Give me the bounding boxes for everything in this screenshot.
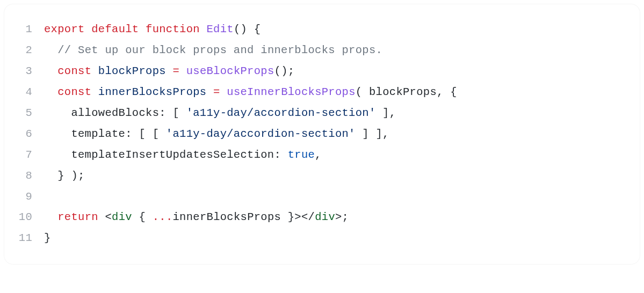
code-token: (); (274, 65, 295, 77)
code-token: div (315, 211, 335, 223)
code-token: export (44, 23, 85, 35)
code-token: } (44, 232, 51, 244)
code-content: } (44, 228, 51, 249)
line-number: 6 (15, 124, 44, 145)
code-line: 10 return <div { ...innerBlocksProps }><… (15, 207, 629, 228)
code-token (85, 23, 92, 35)
code-token (247, 23, 254, 35)
code-token (44, 65, 57, 77)
code-token: { (450, 86, 457, 98)
code-token: templateInsertUpdatesSelection: (44, 149, 288, 161)
code-content: export default function Edit() { (44, 19, 261, 40)
code-token: { (139, 211, 146, 223)
code-token: >; (335, 211, 349, 223)
code-token: 'a11y-day/accordion-section' (186, 107, 376, 119)
code-line: 6 template: [ [ 'a11y-day/accordion-sect… (15, 124, 629, 145)
code-token: ... (153, 211, 173, 223)
code-content: return <div { ...innerBlocksProps }></di… (44, 207, 349, 228)
line-number: 3 (15, 61, 44, 82)
line-number: 1 (15, 19, 44, 40)
code-token: } (288, 211, 295, 223)
line-number: 2 (15, 40, 44, 61)
code-content: const blockProps = useBlockProps(); (44, 61, 294, 82)
code-token: > (294, 211, 301, 223)
line-number: 4 (15, 82, 44, 103)
line-number: 10 (15, 207, 44, 228)
code-line: 5 allowedBlocks: [ 'a11y-day/accordion-s… (15, 103, 629, 124)
code-content: allowedBlocks: [ 'a11y-day/accordion-sec… (44, 103, 396, 124)
code-line: 7 templateInsertUpdatesSelection: true, (15, 145, 629, 166)
code-token: default (91, 23, 139, 35)
code-token: , (315, 149, 322, 161)
code-token (44, 170, 57, 182)
code-content: template: [ [ 'a11y-day/accordion-sectio… (44, 124, 389, 145)
code-token: 'a11y-day/accordion-section' (166, 128, 356, 140)
code-line: 1export default function Edit() { (15, 19, 629, 40)
code-token (44, 86, 57, 98)
code-token: const (57, 65, 91, 77)
code-token: useInnerBlocksProps (227, 86, 355, 98)
code-token (91, 86, 98, 98)
code-token: const (57, 86, 91, 98)
code-token: ); (64, 170, 85, 182)
code-token: </ (301, 211, 315, 223)
code-token (132, 211, 139, 223)
code-token: useBlockProps (186, 65, 274, 77)
line-number: 5 (15, 103, 44, 124)
code-token: div (112, 211, 132, 223)
code-token: blockProps (98, 65, 166, 77)
code-token: blockProps, (369, 86, 450, 98)
code-token: Edit (207, 23, 234, 35)
code-token: ] ], (356, 128, 389, 140)
line-number: 9 (15, 187, 44, 208)
code-token: template: [ [ (44, 128, 166, 140)
code-token: true (288, 149, 315, 161)
code-token: return (57, 211, 98, 223)
code-token (200, 23, 207, 35)
code-token: { (254, 23, 261, 35)
code-token: allowedBlocks: [ (44, 107, 186, 119)
code-token: innerBlocksProps (173, 211, 288, 223)
code-line: 8 } ); (15, 166, 629, 187)
line-number: 8 (15, 166, 44, 187)
code-token: ], (376, 107, 396, 119)
code-content: // Set up our block props and innerblock… (44, 40, 382, 61)
code-token: // Set up our block props and innerblock… (57, 44, 382, 56)
code-token (179, 65, 186, 77)
code-content: const innerBlocksProps = useInnerBlocksP… (44, 82, 457, 103)
code-token: innerBlocksProps (98, 86, 207, 98)
line-number: 7 (15, 145, 44, 166)
code-token (166, 65, 173, 77)
code-line: 9 (15, 187, 629, 208)
code-token (206, 86, 213, 98)
code-token: = (172, 65, 179, 77)
code-token (220, 86, 227, 98)
code-token (98, 211, 105, 223)
code-token: < (105, 211, 112, 223)
code-token: () (234, 23, 247, 35)
line-number: 11 (15, 228, 44, 249)
code-token: } (57, 170, 64, 182)
code-token: ( (356, 86, 369, 98)
code-token (139, 23, 146, 35)
code-content: templateInsertUpdatesSelection: true, (44, 145, 322, 166)
code-token (91, 65, 98, 77)
code-token (44, 211, 57, 223)
code-line: 11} (15, 228, 629, 249)
code-token: = (213, 86, 220, 98)
code-block: 1export default function Edit() {2 // Se… (4, 4, 640, 264)
code-token (146, 211, 153, 223)
code-content: } ); (44, 166, 85, 187)
code-token (44, 44, 57, 56)
code-line: 2 // Set up our block props and innerblo… (15, 40, 629, 61)
code-token: function (146, 23, 200, 35)
code-line: 3 const blockProps = useBlockProps(); (15, 61, 629, 82)
code-line: 4 const innerBlocksProps = useInnerBlock… (15, 82, 629, 103)
